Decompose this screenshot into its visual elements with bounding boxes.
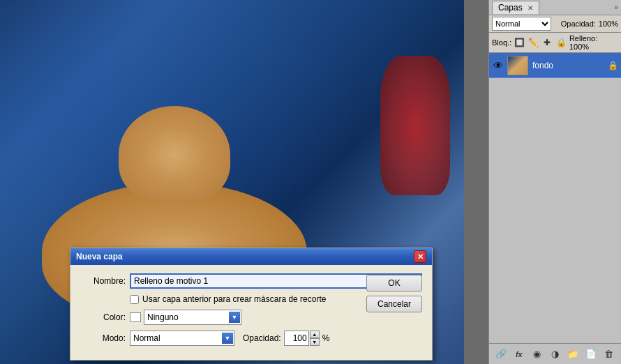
fx-btn[interactable]: fx: [512, 347, 526, 361]
delete-layer-btn[interactable]: 🗑: [602, 347, 616, 361]
panel-footer: 🔗 fx ◉ ◑ 📁 📄 🗑: [489, 343, 621, 364]
layer-name-label: fondo: [532, 61, 608, 70]
lock-transparent-btn[interactable]: 🔲: [514, 37, 525, 48]
opacity-down-btn[interactable]: ▼: [310, 338, 320, 346]
opacity-label: Opacidad:: [243, 333, 281, 343]
ok-button[interactable]: OK: [366, 275, 422, 291]
name-label: Nombre:: [80, 276, 126, 286]
checkbox-label: Usar capa anterior para crear máscara de…: [142, 294, 326, 304]
color-select[interactable]: Ninguno Rojo Naranja Amarillo Verde Azul…: [144, 310, 241, 325]
layers-opacity-value: 100%: [599, 20, 618, 28]
layers-tab[interactable]: Capas ✕: [492, 1, 539, 14]
layers-panel: Capas ✕ » Normal Disolver Multiplicar Op…: [488, 0, 621, 364]
lock-all-btn[interactable]: 🔒: [555, 37, 567, 48]
layers-blend-select[interactable]: Normal Disolver Multiplicar: [492, 17, 551, 31]
dog-head: [119, 106, 230, 204]
layers-opacity-label: Opacidad:: [561, 20, 596, 28]
new-layer-btn[interactable]: 📄: [584, 347, 598, 361]
layers-fill-label: Bloq.:: [492, 38, 511, 47]
color-label: Color:: [80, 312, 126, 322]
cancel-button[interactable]: Cancelar: [366, 296, 422, 312]
dialog-titlebar: Nueva capa ✕: [70, 248, 432, 265]
layers-toolbar: Normal Disolver Multiplicar Opacidad: 10…: [489, 15, 621, 33]
panel-spacer: [489, 78, 621, 343]
new-group-btn[interactable]: 📁: [566, 347, 580, 361]
mode-select-wrapper: Normal Disolver Oscurecer Multiplicar ▼: [130, 331, 234, 346]
mask-checkbox[interactable]: [130, 295, 139, 304]
dialog-title: Nueva capa: [76, 252, 123, 261]
dialog-buttons: OK Cancelar: [366, 275, 422, 312]
layer-eye-btn[interactable]: 👁: [492, 59, 504, 72]
link-layers-btn[interactable]: 🔗: [494, 347, 508, 361]
adjustment-btn[interactable]: ◑: [548, 347, 562, 361]
layers-tab-close[interactable]: ✕: [528, 4, 533, 12]
opacity-spinner: ▲ ▼: [310, 331, 320, 346]
opacity-input[interactable]: [284, 331, 309, 346]
color-preview: [130, 312, 141, 322]
nueva-capa-dialog: Nueva capa ✕ OK Cancelar Nombre: Usar ca…: [70, 248, 433, 361]
red-character: [380, 56, 450, 195]
layers-tab-label: Capas: [498, 3, 523, 13]
mode-select[interactable]: Normal Disolver Oscurecer Multiplicar: [130, 331, 234, 346]
mode-row: Modo: Normal Disolver Oscurecer Multipli…: [80, 331, 422, 346]
opacity-up-btn[interactable]: ▲: [310, 331, 320, 338]
lock-pixels-btn[interactable]: ✏️: [528, 37, 539, 48]
layers-fill-row: Bloq.: 🔲 ✏️ ✚ 🔒 Relleno: 100%: [489, 33, 621, 53]
layer-lock-icon: 🔒: [608, 61, 618, 70]
mode-label: Modo:: [80, 333, 126, 343]
layers-fill-value: Relleno: 100%: [569, 34, 618, 51]
lock-position-btn[interactable]: ✚: [542, 37, 553, 48]
color-select-wrapper: Ninguno Rojo Naranja Amarillo Verde Azul…: [130, 310, 241, 325]
dialog-close-button[interactable]: ✕: [414, 250, 426, 263]
layer-item-fondo[interactable]: 👁 fondo 🔒: [489, 53, 621, 78]
add-mask-btn[interactable]: ◉: [530, 347, 544, 361]
dialog-body: OK Cancelar Nombre: Usar capa anterior p…: [70, 265, 432, 360]
layer-thumbnail: [507, 56, 528, 75]
percent-label: %: [322, 333, 330, 343]
panel-header: Capas ✕ »: [489, 0, 621, 15]
panel-expand-btn[interactable]: »: [614, 3, 618, 11]
